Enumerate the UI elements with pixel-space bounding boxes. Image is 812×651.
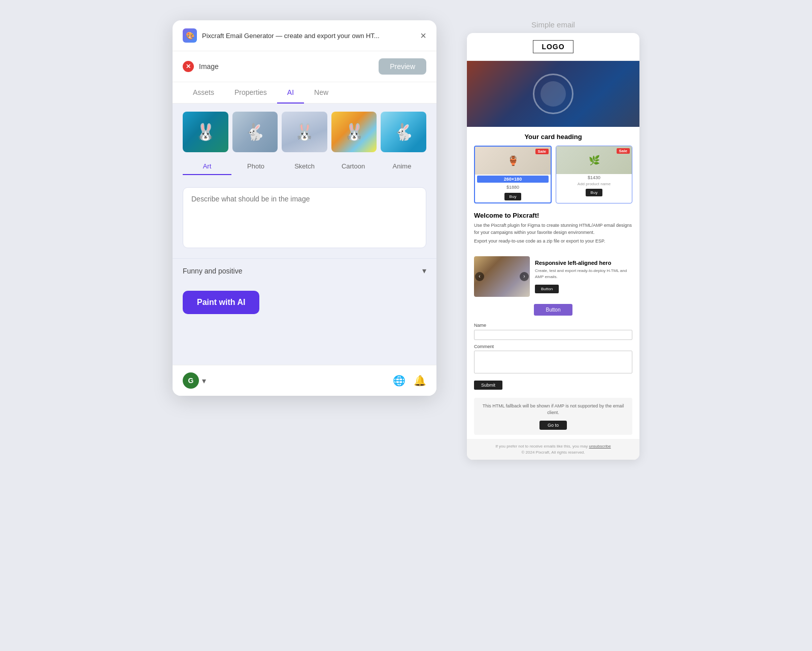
- footer-text: If you prefer not to receive emails like…: [474, 444, 632, 449]
- product-card-1: Sale 🏺 260×180 $1880 Buy: [474, 146, 552, 203]
- welcome-text-1: Use the Pixcraft plugin for Figma to cre…: [474, 222, 632, 236]
- paint-with-ai-button[interactable]: Paint with AI: [183, 291, 259, 314]
- card-heading: Your card heading: [474, 133, 632, 141]
- form-comment-label: Comment: [474, 344, 632, 349]
- hero-cta-button[interactable]: Button: [535, 285, 559, 293]
- form-name-input[interactable]: [474, 330, 632, 340]
- sale-badge-2: Sale: [617, 148, 630, 154]
- style-tab-photo[interactable]: Photo: [231, 158, 280, 175]
- hero-text-desc: Create, test and export ready-to-deploy …: [535, 268, 632, 280]
- spacer: [173, 324, 436, 365]
- email-hero-section: ‹ › Responsive left-aligned hero Create,…: [467, 252, 639, 301]
- email-footer: If you prefer not to receive emails like…: [467, 439, 639, 460]
- plugin-icon: 🎨: [183, 28, 197, 43]
- footer-copyright: © 2024 Pixcraft, All rights reserved.: [474, 450, 632, 455]
- bell-icon[interactable]: 🔔: [414, 374, 426, 387]
- close-button[interactable]: ×: [420, 30, 426, 42]
- gallery-image-1[interactable]: 🐰: [183, 112, 228, 152]
- prompt-section: [173, 179, 436, 258]
- globe-icon[interactable]: 🌐: [393, 374, 405, 387]
- submit-button[interactable]: Submit: [474, 381, 502, 390]
- bunny-art-2: 🐇: [232, 112, 278, 152]
- sale-badge-1: Sale: [535, 149, 549, 154]
- panel-header: 🎨 Pixcraft Email Generator — create and …: [173, 20, 436, 51]
- tab-properties[interactable]: Properties: [224, 82, 277, 104]
- bottom-bar: G ▾ 🌐 🔔: [173, 365, 436, 396]
- cta-button[interactable]: Button: [534, 304, 573, 316]
- simple-email-label: Simple email: [467, 20, 639, 29]
- email-preview: LOGO Your card heading Sale 🏺 260×180 $1…: [467, 33, 639, 460]
- hero-text-right: Responsive left-aligned hero Create, tes…: [535, 260, 632, 293]
- gallery-image-4[interactable]: 🐰: [331, 112, 377, 152]
- paint-section: Paint with AI: [173, 283, 436, 324]
- main-tabs: Assets Properties AI New: [173, 82, 436, 104]
- bunny-art-1: 🐰: [183, 112, 228, 152]
- gallery-images: 🐰 🐇 🐰 🐰 🐇: [183, 112, 426, 152]
- style-tabs: Art Photo Sketch Cartoon Anime: [183, 158, 426, 175]
- style-tab-art[interactable]: Art: [183, 158, 231, 175]
- form-name-label: Name: [474, 323, 632, 328]
- panel-title: Pixcraft Email Generator — create and ex…: [202, 32, 415, 40]
- gallery-image-5[interactable]: 🐇: [381, 112, 426, 152]
- bunny-art-3: 🐰: [282, 112, 327, 152]
- user-row[interactable]: G ▾: [183, 372, 206, 389]
- avatar: G: [183, 372, 199, 389]
- prompt-textarea[interactable]: [183, 187, 426, 248]
- buy-button-1[interactable]: Buy: [504, 193, 522, 200]
- hero-image-small: ‹ ›: [474, 256, 530, 297]
- tab-new[interactable]: New: [304, 82, 339, 104]
- email-card-section: Your card heading Sale 🏺 260×180 $1880 B…: [467, 127, 639, 210]
- gallery-section: 🐰 🐇 🐰 🐰 🐇 Art Photo Sketch Cartoon Anime: [173, 104, 436, 179]
- email-cta-row: Button: [467, 301, 639, 319]
- product-cards: Sale 🏺 260×180 $1880 Buy Sale 🌿 $1430 Ad…: [474, 146, 632, 203]
- goto-button[interactable]: Go to: [539, 421, 567, 430]
- image-label: Image: [199, 62, 374, 71]
- product2-price: $1430: [556, 174, 632, 181]
- user-chevron-icon: ▾: [202, 376, 206, 386]
- email-welcome: Welcome to Pixcraft! Use the Pixcraft pl…: [467, 210, 639, 252]
- hero-nav-right-icon[interactable]: ›: [520, 272, 529, 281]
- bottom-icons: 🌐 🔔: [393, 374, 426, 387]
- hero-circle-outer: [533, 74, 573, 114]
- unsubscribe-link[interactable]: unsubscribe: [589, 444, 611, 449]
- email-form: Name Comment Submit: [467, 319, 639, 394]
- product1-price: $1880: [475, 184, 551, 191]
- chevron-down-icon: ▾: [422, 266, 426, 276]
- mood-label: Funny and positive: [183, 267, 243, 275]
- tab-ai[interactable]: AI: [277, 82, 304, 104]
- email-logo: LOGO: [533, 40, 573, 53]
- hero-nav-left-icon[interactable]: ‹: [475, 272, 484, 281]
- buy-button-2[interactable]: Buy: [586, 189, 603, 196]
- tab-assets[interactable]: Assets: [183, 82, 224, 104]
- product-card-2: Sale 🌿 $1430 Add product name Buy: [556, 146, 632, 203]
- hero-text-title: Responsive left-aligned hero: [535, 260, 632, 266]
- form-comment-textarea[interactable]: [474, 351, 632, 373]
- welcome-title: Welcome to Pixcraft!: [474, 212, 632, 219]
- mood-row[interactable]: Funny and positive ▾: [173, 258, 436, 283]
- amp-notice-text: This HTML fallback will be shown if AMP …: [479, 403, 627, 417]
- remove-image-icon[interactable]: ✕: [183, 61, 194, 72]
- style-tab-sketch[interactable]: Sketch: [280, 158, 329, 175]
- footer-main-text: If you prefer not to receive emails like…: [495, 444, 588, 449]
- style-tab-cartoon[interactable]: Cartoon: [329, 158, 378, 175]
- right-section: Simple email LOGO Your card heading Sale…: [467, 20, 639, 460]
- plugin-panel: 🎨 Pixcraft Email Generator — create and …: [173, 20, 436, 396]
- product2-name: Add product name: [556, 181, 632, 187]
- style-tab-anime[interactable]: Anime: [378, 158, 426, 175]
- email-amp-notice: This HTML fallback will be shown if AMP …: [474, 398, 632, 435]
- bunny-art-4: 🐰: [331, 112, 377, 152]
- dimension-badge: 260×180: [477, 176, 549, 183]
- email-logo-row: LOGO: [467, 33, 639, 61]
- email-hero-image: [467, 61, 639, 127]
- gallery-image-2[interactable]: 🐇: [232, 112, 278, 152]
- image-row: ✕ Image Preview: [173, 51, 436, 82]
- preview-button[interactable]: Preview: [379, 58, 426, 75]
- gallery-image-3[interactable]: 🐰: [282, 112, 327, 152]
- welcome-text-2: Export your ready-to-use code as a zip f…: [474, 238, 632, 245]
- bunny-art-5: 🐇: [381, 112, 426, 152]
